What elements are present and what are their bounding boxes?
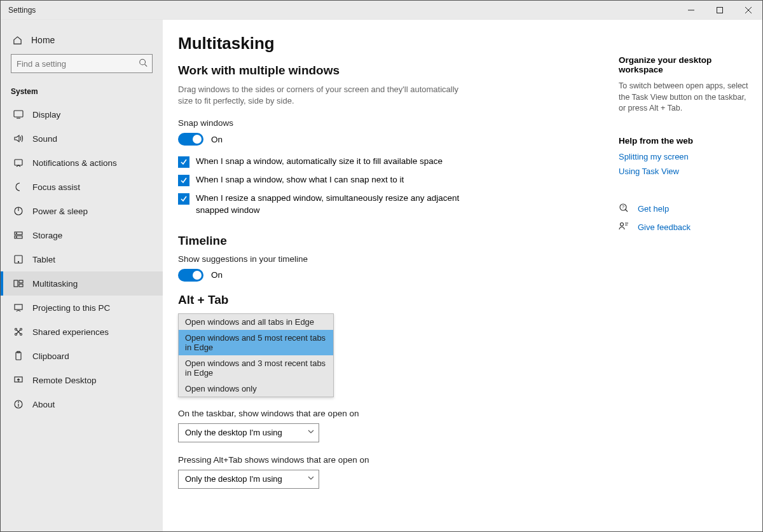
link-splitting-screen[interactable]: Splitting my screen — [619, 152, 750, 161]
svg-rect-6 — [14, 111, 23, 117]
alt-tab-option[interactable]: Open windows and all tabs in Edge — [179, 314, 333, 330]
snap-windows-toggle[interactable] — [178, 133, 203, 146]
svg-rect-18 — [19, 280, 23, 283]
search-input[interactable] — [11, 54, 153, 73]
taskbar-select-value: Only the desktop I'm using — [185, 428, 282, 437]
snap-windows-label: Snap windows — [178, 118, 591, 128]
timeline-toggle[interactable] — [178, 269, 203, 282]
maximize-button[interactable] — [705, 1, 734, 20]
svg-rect-12 — [15, 236, 22, 238]
home-icon — [12, 35, 22, 45]
sidebar-item-display[interactable]: Display — [1, 102, 163, 126]
sidebar-item-projecting[interactable]: Projecting to this PC — [1, 296, 163, 320]
svg-rect-19 — [19, 284, 23, 287]
home-button[interactable]: Home — [1, 29, 163, 51]
sidebar-item-power-sleep[interactable]: Power & sleep — [1, 199, 163, 223]
checkbox-resize-adjacent-label: When I resize a snapped window, simultan… — [196, 193, 471, 215]
svg-point-14 — [17, 237, 17, 238]
section-heading-windows: Work with multiple windows — [178, 64, 591, 78]
sidebar-item-label: Storage — [32, 231, 62, 240]
right-column: Organize your desktop workspace To switc… — [616, 20, 762, 531]
sidebar: Home System Display Sound Notifications … — [1, 20, 163, 531]
projecting-icon — [13, 303, 24, 313]
checkbox-show-next[interactable] — [178, 175, 189, 186]
right-heading-organize: Organize your desktop workspace — [619, 55, 750, 74]
help-icon: ? — [619, 203, 629, 215]
alt-tab-option[interactable]: Open windows only — [179, 381, 333, 397]
display-icon — [13, 109, 24, 119]
timeline-label: Show suggestions in your timeline — [178, 254, 591, 264]
sidebar-item-clipboard[interactable]: Clipboard — [1, 344, 163, 368]
section-heading-timeline: Timeline — [178, 234, 591, 248]
sidebar-item-storage[interactable]: Storage — [1, 223, 163, 247]
alt-tab-dropdown[interactable]: Open windows and all tabs in Edge Open w… — [178, 313, 334, 397]
alt-tab-option-selected[interactable]: Open windows and 5 most recent tabs in E… — [179, 330, 333, 355]
svg-point-30 — [18, 402, 19, 402]
sidebar-item-label: Remote Desktop — [32, 376, 97, 385]
close-button[interactable] — [734, 1, 762, 20]
feedback-icon — [619, 221, 629, 233]
svg-rect-1 — [717, 7, 722, 13]
focus-assist-icon — [13, 182, 24, 192]
svg-rect-8 — [15, 160, 22, 165]
sidebar-item-label: Tablet — [32, 255, 55, 264]
power-icon — [13, 206, 24, 216]
sidebar-item-notifications[interactable]: Notifications & actions — [1, 151, 163, 175]
snap-windows-state: On — [211, 135, 223, 144]
sidebar-item-label: Shared experiences — [32, 327, 109, 337]
alttab-desktop-select[interactable]: Only the desktop I'm using — [178, 470, 319, 489]
sidebar-item-label: Focus assist — [32, 182, 80, 192]
timeline-state: On — [211, 270, 223, 280]
tablet-icon — [13, 254, 24, 264]
checkbox-autosize-label: When I snap a window, automatically size… — [196, 156, 443, 167]
sidebar-item-label: Notifications & actions — [32, 158, 117, 168]
taskbar-select[interactable]: Only the desktop I'm using — [178, 423, 319, 442]
sidebar-item-label: Power & sleep — [32, 207, 88, 216]
alttab-desktop-label: Pressing Alt+Tab shows windows that are … — [178, 455, 591, 465]
checkbox-autosize[interactable] — [178, 156, 189, 168]
sidebar-item-label: Clipboard — [32, 351, 69, 361]
sidebar-item-focus-assist[interactable]: Focus assist — [1, 175, 163, 199]
sidebar-item-label: Sound — [32, 134, 57, 144]
sidebar-item-remote-desktop[interactable]: Remote Desktop — [1, 368, 163, 392]
right-body-organize: To switch between open apps, select the … — [619, 81, 750, 114]
home-label: Home — [31, 35, 55, 45]
remote-desktop-icon — [13, 375, 24, 385]
svg-rect-11 — [15, 232, 22, 235]
sidebar-item-shared-experiences[interactable]: Shared experiences — [1, 320, 163, 344]
svg-point-16 — [18, 261, 18, 262]
sidebar-item-label: Display — [32, 110, 60, 119]
minimize-button[interactable] — [677, 1, 705, 20]
section-heading-alt-tab: Alt + Tab — [178, 293, 591, 307]
chevron-down-icon — [307, 428, 315, 437]
alt-tab-option[interactable]: Open windows and 3 most recent tabs in E… — [179, 355, 333, 381]
page-title: Multitasking — [178, 34, 591, 53]
svg-rect-20 — [15, 304, 22, 310]
notifications-icon — [13, 158, 24, 168]
chevron-down-icon — [307, 474, 315, 484]
link-using-task-view[interactable]: Using Task View — [619, 167, 750, 176]
shared-experiences-icon — [13, 327, 24, 337]
about-icon — [13, 399, 24, 409]
svg-text:?: ? — [622, 205, 624, 209]
sound-icon — [13, 133, 24, 144]
sidebar-item-tablet[interactable]: Tablet — [1, 247, 163, 271]
sidebar-item-multitasking[interactable]: Multitasking — [1, 271, 163, 296]
alttab-desktop-select-value: Only the desktop I'm using — [185, 474, 282, 484]
sidebar-item-sound[interactable]: Sound — [1, 126, 163, 151]
checkbox-show-next-label: When I snap a window, show what I can sn… — [196, 174, 404, 186]
section-label: System — [1, 78, 163, 102]
checkbox-resize-adjacent[interactable] — [178, 193, 189, 205]
multitasking-icon — [13, 278, 24, 289]
svg-point-33 — [621, 222, 624, 226]
svg-rect-17 — [14, 280, 18, 287]
clipboard-icon — [13, 351, 24, 361]
svg-point-13 — [17, 233, 17, 234]
link-get-help[interactable]: Get help — [638, 204, 669, 214]
titlebar: Settings — [1, 1, 762, 20]
sidebar-item-label: Projecting to this PC — [32, 303, 110, 313]
taskbar-label: On the taskbar, show windows that are op… — [178, 409, 591, 418]
right-heading-help: Help from the web — [619, 136, 750, 146]
sidebar-item-about[interactable]: About — [1, 392, 163, 416]
link-give-feedback[interactable]: Give feedback — [638, 222, 691, 232]
